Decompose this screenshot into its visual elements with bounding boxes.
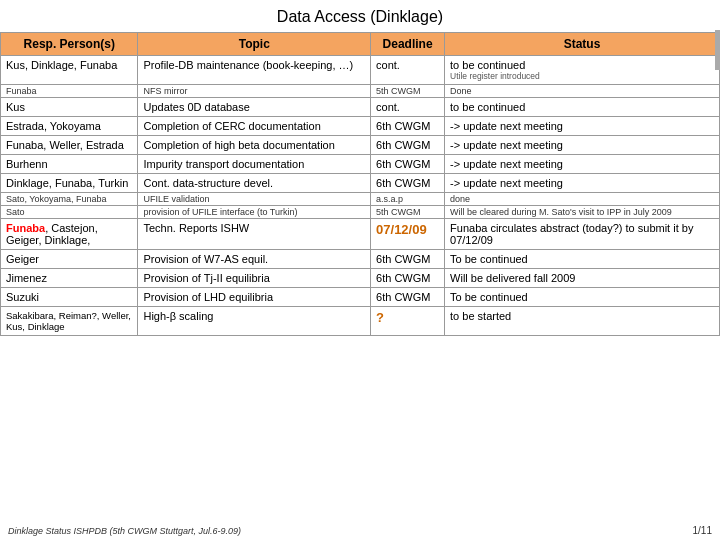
cell-status: -> update next meeting: [445, 155, 720, 174]
cell-person: Sakakibara, Reiman?, Weller, Kus, Dinkla…: [1, 307, 138, 336]
table-row: Estrada, Yokoyama Completion of CERC doc…: [1, 117, 720, 136]
cell-person: Kus: [1, 98, 138, 117]
cell-status: -> update next meeting: [445, 117, 720, 136]
footer-text: Dinklage Status ISHPDB (5th CWGM Stuttga…: [8, 526, 241, 536]
table-row: Dinklage, Funaba, Turkin Cont. data-stru…: [1, 174, 720, 193]
cell-status: to be continuedUtile register introduced: [445, 56, 720, 85]
cell-topic: Completion of high beta documentation: [138, 136, 371, 155]
cell-person: Suzuki: [1, 288, 138, 307]
cell-deadline-small: a.s.a.p: [371, 193, 445, 206]
cell-topic: Provision of W7-AS equil.: [138, 250, 371, 269]
table-row: Suzuki Provision of LHD equilibria 6th C…: [1, 288, 720, 307]
page-number: 1/11: [693, 525, 712, 536]
cell-topic: Cont. data-structure devel.: [138, 174, 371, 193]
scrollbar[interactable]: [715, 30, 720, 70]
cell-deadline-small: 5th CWGM: [371, 85, 445, 98]
cell-person-small: Funaba: [1, 85, 138, 98]
cell-topic: Provision of Tj-II equilibria: [138, 269, 371, 288]
table-row: Kus, Dinklage, Funaba Profile-DB mainten…: [1, 56, 720, 85]
cell-topic: Profile-DB maintenance (book-keeping, …): [138, 56, 371, 85]
cell-deadline: 07/12/09: [371, 219, 445, 250]
cell-topic: Provision of LHD equilibria: [138, 288, 371, 307]
table-row-small: Sato, Yokoyama, Funaba UFILE validation …: [1, 193, 720, 206]
main-table: Resp. Person(s) Topic Deadline Status Ku…: [0, 32, 720, 336]
cell-topic: Impurity transport documentation: [138, 155, 371, 174]
cell-person-small: Sato: [1, 206, 138, 219]
table-row: Funaba, Weller, Estrada Completion of hi…: [1, 136, 720, 155]
cell-status: -> update next meeting: [445, 174, 720, 193]
cell-topic-small: UFILE validation: [138, 193, 371, 206]
cell-topic: High-β scaling: [138, 307, 371, 336]
header-status: Status: [445, 33, 720, 56]
cell-person: Estrada, Yokoyama: [1, 117, 138, 136]
cell-deadline: 6th CWGM: [371, 136, 445, 155]
table-body: Kus, Dinklage, Funaba Profile-DB mainten…: [1, 56, 720, 336]
table-row: Funaba, Castejon, Geiger, Dinklage, Tech…: [1, 219, 720, 250]
table-row: Geiger Provision of W7-AS equil. 6th CWG…: [1, 250, 720, 269]
cell-deadline-small: 5th CWGM: [371, 206, 445, 219]
cell-topic: Completion of CERC documentation: [138, 117, 371, 136]
header-topic: Topic: [138, 33, 371, 56]
cell-topic-small: provision of UFILE interface (to Turkin): [138, 206, 371, 219]
cell-status: -> update next meeting: [445, 136, 720, 155]
table-row: Kus Updates 0D database cont. to be cont…: [1, 98, 720, 117]
cell-topic-small: NFS mirror: [138, 85, 371, 98]
cell-deadline: 6th CWGM: [371, 269, 445, 288]
cell-person: Burhenn: [1, 155, 138, 174]
cell-status: To be continued: [445, 250, 720, 269]
cell-person: Geiger: [1, 250, 138, 269]
header-person: Resp. Person(s): [1, 33, 138, 56]
table-row: Burhenn Impurity transport documentation…: [1, 155, 720, 174]
cell-status: To be continued: [445, 288, 720, 307]
person-red: Funaba: [6, 222, 45, 234]
cell-deadline: 6th CWGM: [371, 155, 445, 174]
cell-person: Jimenez: [1, 269, 138, 288]
cell-status: to be started: [445, 307, 720, 336]
cell-person: Funaba, Weller, Estrada: [1, 136, 138, 155]
deadline-question: ?: [376, 310, 384, 325]
table-header-row: Resp. Person(s) Topic Deadline Status: [1, 33, 720, 56]
cell-status-small: Will be cleared during M. Sato's visit t…: [445, 206, 720, 219]
cell-deadline: 6th CWGM: [371, 174, 445, 193]
cell-deadline: cont.: [371, 98, 445, 117]
cell-person: Kus, Dinklage, Funaba: [1, 56, 138, 85]
cell-deadline: 6th CWGM: [371, 288, 445, 307]
cell-status-small: done: [445, 193, 720, 206]
cell-deadline: ?: [371, 307, 445, 336]
cell-status-small: Done: [445, 85, 720, 98]
table-row: Jimenez Provision of Tj-II equilibria 6t…: [1, 269, 720, 288]
table-row-small: Sato provision of UFILE interface (to Tu…: [1, 206, 720, 219]
cell-status: Funaba circulates abstract (today?) to s…: [445, 219, 720, 250]
table-row-small: Funaba NFS mirror 5th CWGM Done: [1, 85, 720, 98]
deadline-orange: 07/12/09: [376, 222, 427, 237]
cell-topic: Techn. Reports ISHW: [138, 219, 371, 250]
cell-person: Funaba, Castejon, Geiger, Dinklage,: [1, 219, 138, 250]
header-deadline: Deadline: [371, 33, 445, 56]
cell-topic: Updates 0D database: [138, 98, 371, 117]
cell-deadline: cont.: [371, 56, 445, 85]
cell-deadline: 6th CWGM: [371, 250, 445, 269]
cell-status: Will be delivered fall 2009: [445, 269, 720, 288]
cell-deadline: 6th CWGM: [371, 117, 445, 136]
cell-status: to be continued: [445, 98, 720, 117]
cell-person: Dinklage, Funaba, Turkin: [1, 174, 138, 193]
table-row: Sakakibara, Reiman?, Weller, Kus, Dinkla…: [1, 307, 720, 336]
page-title: Data Access (Dinklage): [0, 0, 720, 32]
cell-person-small: Sato, Yokoyama, Funaba: [1, 193, 138, 206]
